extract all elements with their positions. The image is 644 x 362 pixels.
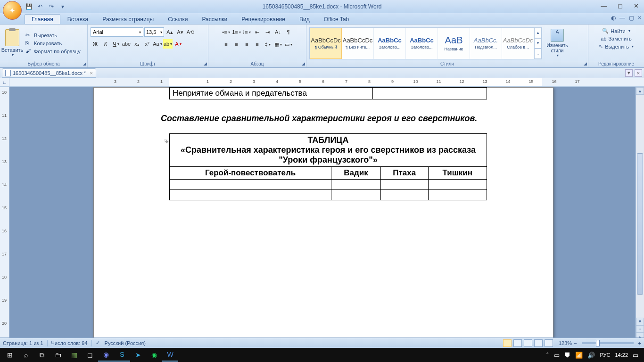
start-button[interactable]: ⊞ [2, 348, 18, 362]
style-subtitle[interactable]: AaBbCc.Подзагол... [470, 28, 502, 59]
tab-review[interactable]: Рецензирование [234, 14, 292, 24]
copy-button[interactable]: ⎘Копировать [25, 40, 81, 47]
italic-button[interactable]: К [101, 39, 110, 49]
tab-references[interactable]: Ссылки [161, 14, 195, 24]
table-cell[interactable] [170, 190, 331, 200]
redo-icon[interactable]: ↷ [47, 2, 56, 11]
table-header[interactable]: Тишкин [428, 167, 487, 180]
table-cell[interactable] [428, 190, 487, 200]
borders-button[interactable]: ▭▾ [284, 40, 293, 49]
table-cell[interactable] [428, 180, 487, 190]
vertical-ruler[interactable]: 1011121314151617181920 [0, 87, 9, 348]
tabbar-dropdown-icon[interactable]: ▾ [625, 69, 633, 77]
zoom-level[interactable]: 123% [559, 340, 572, 346]
styles-up-icon[interactable]: ▲ [534, 28, 542, 38]
styles-launcher-icon[interactable]: ◢ [584, 61, 587, 66]
spellcheck-icon[interactable]: ✓ [96, 340, 100, 346]
app-icon[interactable]: ◻ [82, 348, 98, 362]
highlight-button[interactable]: ab▾ [163, 39, 173, 49]
styles-gallery[interactable]: AaBbCcDc¶ Обычный AaBbCcDc¶ Без инте... … [309, 27, 542, 59]
taskview-icon[interactable]: ⧉ [34, 348, 50, 362]
top-table[interactable]: Неприятие обмана и предательства [169, 87, 487, 99]
format-painter-button[interactable]: 🖌Формат по образцу [25, 48, 81, 55]
replace-button[interactable]: abЗаменить [599, 35, 633, 42]
font-size-select[interactable]: 13,5▾ [144, 27, 164, 37]
zoom-out-button[interactable]: − [574, 340, 577, 346]
status-words[interactable]: Число слов: 94 [51, 340, 88, 346]
align-center-button[interactable]: ≡ [232, 40, 241, 49]
minimize-button[interactable]: — [598, 1, 610, 10]
paragraph-launcher-icon[interactable]: ◢ [302, 61, 305, 66]
tab-close-icon[interactable]: × [90, 70, 92, 76]
tab-insert[interactable]: Вставка [60, 14, 96, 24]
font-color-button[interactable]: A▾ [173, 39, 183, 49]
style-heading1[interactable]: AaBbCcЗаголово... [374, 28, 406, 59]
ribbon-restore-icon[interactable]: ▢ [629, 15, 634, 21]
status-page[interactable]: Страница: 1 из 1 [3, 340, 43, 346]
tabbar-close-icon[interactable]: × [635, 69, 642, 77]
browse-object-icon[interactable]: ◦ [636, 325, 644, 333]
tray-time[interactable]: 14:22 [615, 352, 628, 358]
zoom-thumb[interactable] [596, 340, 600, 346]
increase-indent-button[interactable]: ⇥ [263, 27, 272, 37]
justify-button[interactable]: ≡ [253, 40, 262, 49]
tab-home[interactable]: Главная [25, 14, 60, 24]
align-right-button[interactable]: ≡ [242, 40, 252, 49]
tray-security-icon[interactable]: ⛊ [564, 352, 570, 359]
line-spacing-button[interactable]: ‡▾ [263, 40, 272, 49]
table-header[interactable]: Герой-повествователь [170, 167, 331, 180]
grow-font-button[interactable]: A▴ [165, 27, 174, 37]
style-title[interactable]: АаВНазвание [438, 28, 470, 59]
table-cell[interactable]: Неприятие обмана и предательства [170, 88, 373, 99]
explorer-icon[interactable]: 🗀 [50, 348, 66, 362]
skype-icon[interactable]: S [114, 348, 130, 362]
bullets-button[interactable]: •≡▾ [222, 27, 231, 37]
underline-button[interactable]: Ч▾ [111, 39, 121, 49]
tray-notifications-icon[interactable]: ▭ [633, 352, 638, 359]
table-cell[interactable] [331, 180, 381, 190]
scroll-down-icon[interactable]: ▼ [636, 318, 644, 325]
change-case-button[interactable]: Aa▾ [153, 39, 162, 49]
table-cell[interactable] [170, 180, 331, 190]
style-normal[interactable]: AaBbCcDc¶ Обычный [310, 28, 342, 59]
word-taskbar-icon[interactable]: W [162, 348, 178, 362]
ribbon-close-icon[interactable]: × [638, 15, 641, 21]
styles-down-icon[interactable]: ▼ [534, 38, 542, 49]
ruler-corner[interactable]: ∟ [0, 78, 9, 86]
close-button[interactable]: ✕ [630, 1, 642, 10]
view-read-button[interactable] [513, 339, 522, 347]
table-header[interactable]: Вадик [331, 167, 381, 180]
numbering-button[interactable]: 1≡▾ [232, 27, 241, 37]
clear-format-button[interactable]: A⟲ [186, 27, 195, 37]
heading-text[interactable]: Составление сравнительной характеристики… [161, 113, 487, 124]
table-cell[interactable] [331, 190, 381, 200]
table-cell[interactable] [380, 190, 428, 200]
table-cell[interactable] [372, 88, 487, 99]
save-icon[interactable]: 💾 [25, 2, 33, 11]
qat-more-icon[interactable]: ▾ [58, 2, 67, 11]
bold-button[interactable]: Ж [91, 39, 100, 49]
cut-button[interactable]: ✂Вырезать [25, 32, 81, 39]
paste-button[interactable]: Вставить ▾ [2, 26, 23, 60]
font-launcher-icon[interactable]: ◢ [204, 61, 207, 66]
discord-icon[interactable]: ◉ [98, 348, 114, 362]
subscript-button[interactable]: x₂ [132, 39, 141, 49]
page[interactable]: ✥ Неприятие обмана и предательства Соста… [93, 87, 553, 348]
tab-layout[interactable]: Разметка страницы [95, 14, 161, 24]
view-web-button[interactable] [524, 339, 532, 347]
align-left-button[interactable]: ≡ [222, 40, 231, 49]
scroll-up-icon[interactable]: ▲ [636, 87, 644, 95]
tray-up-icon[interactable]: ˄ [546, 352, 549, 359]
decrease-indent-button[interactable]: ⇤ [253, 27, 262, 37]
styles-more-icon[interactable]: ⌄ [534, 49, 542, 59]
style-heading2[interactable]: AaBbCcЗаголово... [406, 28, 438, 59]
clipboard-launcher-icon[interactable]: ◢ [83, 61, 86, 66]
telegram-icon[interactable]: ➤ [130, 348, 146, 362]
help-icon[interactable]: ◐ [611, 15, 616, 21]
multilevel-button[interactable]: ⁝≡▾ [242, 27, 252, 37]
status-language[interactable]: Русский (Россия) [105, 340, 146, 346]
zoom-slider[interactable] [582, 342, 634, 344]
tray-keyboard-icon[interactable]: ▭ [554, 352, 560, 359]
view-outline-button[interactable] [534, 339, 543, 347]
spotify-icon[interactable]: ◉ [146, 348, 162, 362]
